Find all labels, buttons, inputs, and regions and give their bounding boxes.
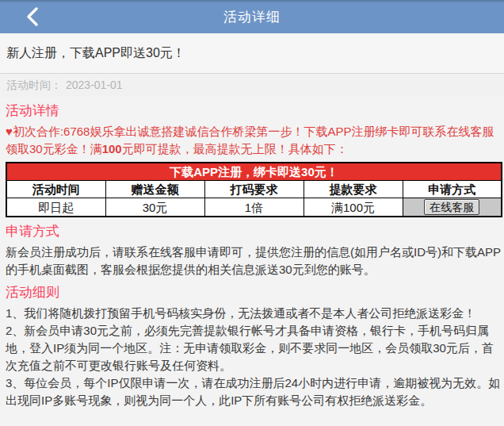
- cell-wager-requirement: 1倍: [204, 198, 304, 217]
- cell-activity-time: 即日起: [6, 198, 105, 217]
- details-intro-part2: 元即可提款，最高提款无上限！具体如下：: [122, 142, 348, 155]
- col-header-withdraw-requirement: 提款要求: [304, 181, 403, 198]
- online-service-button[interactable]: 在线客服: [424, 199, 479, 215]
- activity-time-value: 2023-01-01: [66, 79, 123, 91]
- details-intro-bold: 100: [102, 142, 122, 155]
- details-intro: ♥初次合作:6768娱乐拿出诚意搭建诚信合作桥梁第一步！下载APP注册绑卡即可联…: [6, 123, 501, 158]
- apply-heading: 申请方式: [6, 222, 501, 241]
- cell-withdraw-requirement: 满100元: [304, 198, 403, 217]
- back-button[interactable]: [21, 6, 44, 28]
- title-bar: 活动详细: [0, 0, 504, 33]
- rules-heading: 活动细则: [6, 283, 501, 302]
- col-header-activity-time: 活动时间: [6, 181, 105, 198]
- page-title: 活动详细: [223, 8, 281, 26]
- promo-table: 下载APP注册，绑卡即送30元！ 活动时间 赠送金额 打码要求 提款要求 申请方…: [6, 162, 502, 217]
- promo-table-value-row: 即日起 30元 1倍 满100元 在线客服: [6, 198, 502, 217]
- rule-item-2: 2、新会员申请30元之前，必须先完善提款银行帐号才具备申请资格，银行卡，手机号码…: [6, 322, 501, 374]
- col-header-bonus-amount: 赠送金额: [105, 181, 204, 198]
- details-heading: 活动详情: [6, 102, 501, 121]
- col-header-apply-method: 申请方式: [403, 181, 502, 198]
- activity-time-label: 活动时间：: [6, 79, 62, 91]
- promo-table-header-row: 活动时间 赠送金额 打码要求 提款要求 申请方式: [6, 181, 502, 198]
- chevron-left-icon: [25, 6, 40, 27]
- col-header-wager-requirement: 打码要求: [204, 181, 304, 198]
- rules-list: 1、我们将随机拨打预留手机号码核实身份，无法拨通或者不是本人者公司拒绝派送彩金！…: [6, 305, 501, 409]
- rule-item-3: 3、每位会员，每个IP仅限申请一次，请在成功注册后24小时内进行申请，逾期被视为…: [6, 374, 501, 409]
- cell-apply-method: 在线客服: [403, 198, 502, 217]
- promo-table-banner-row: 下载APP注册，绑卡即送30元！: [6, 163, 502, 181]
- activity-content: 活动详情 ♥初次合作:6768娱乐拿出诚意搭建诚信合作桥梁第一步！下载APP注册…: [0, 102, 504, 409]
- promo-table-banner: 下载APP注册，绑卡即送30元！: [6, 163, 502, 181]
- activity-summary-text: 新人注册，下载APP即送30元！: [6, 46, 185, 59]
- activity-time-bar: 活动时间：2023-01-01: [0, 74, 504, 97]
- apply-text: 新会员注册成功后，请联系在线客服申请即可，提供您注册的信息(如用户名或ID号)和…: [6, 244, 501, 278]
- cell-bonus-amount: 30元: [105, 198, 204, 217]
- rule-item-1: 1、我们将随机拨打预留手机号码核实身份，无法拨通或者不是本人者公司拒绝派送彩金！: [6, 305, 501, 322]
- activity-summary: 新人注册，下载APP即送30元！: [0, 33, 504, 74]
